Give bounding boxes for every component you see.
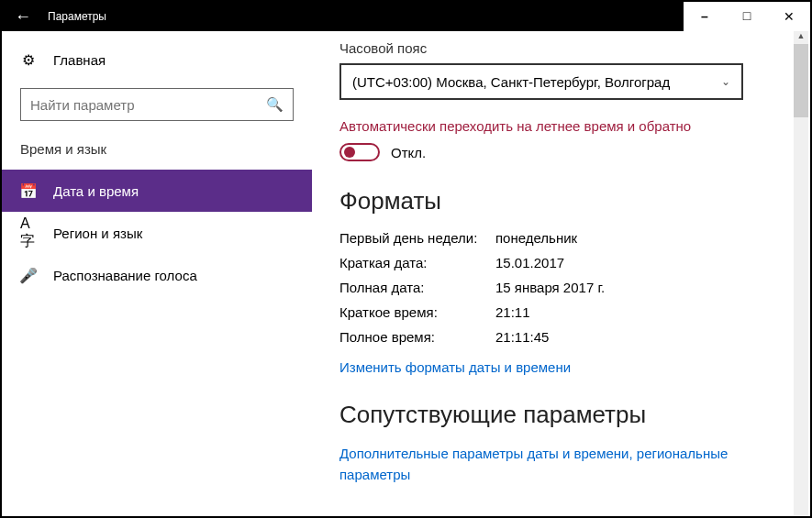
chevron-down-icon: ⌄ [721, 75, 730, 88]
window-title: Параметры [44, 10, 684, 23]
change-formats-link[interactable]: Изменить форматы даты и времени [339, 359, 571, 375]
row-val: 15.01.2017 [495, 255, 564, 270]
row-val: 15 января 2017 г. [495, 280, 605, 295]
toggle-knob [344, 147, 355, 158]
search-icon: 🔍 [266, 96, 284, 113]
sidebar-item-label: Распознавание голоса [53, 268, 197, 283]
timezone-value: (UTC+03:00) Москва, Санкт-Петербург, Вол… [352, 74, 670, 90]
home-label: Главная [53, 52, 106, 68]
timezone-label: Часовой пояс [339, 40, 783, 56]
row-key: Полная дата: [339, 280, 495, 295]
search-input[interactable] [30, 97, 266, 113]
formats-heading: Форматы [339, 187, 783, 215]
clock-icon: 📅 [20, 182, 37, 199]
row-key: Первый день недели: [339, 230, 495, 246]
toggle-state: Откл. [391, 145, 426, 160]
row-val: 21:11:45 [495, 329, 549, 345]
sidebar-item-label: Дата и время [53, 183, 139, 199]
scrollbar[interactable]: ▲ [794, 31, 808, 516]
scroll-up-icon[interactable]: ▲ [794, 31, 808, 40]
timezone-dropdown[interactable]: (UTC+03:00) Москва, Санкт-Петербург, Вол… [339, 63, 743, 100]
related-heading: Сопутствующие параметры [339, 401, 783, 429]
language-icon: A字 [20, 225, 37, 241]
sidebar-item-region[interactable]: A字 Регион и язык [2, 212, 312, 254]
sidebar: ⚙ Главная 🔍 Время и язык 📅 Дата и время … [2, 31, 312, 516]
sidebar-item-speech[interactable]: 🎤 Распознавание голоса [2, 254, 312, 296]
back-button[interactable]: ← [2, 7, 44, 27]
gear-icon: ⚙ [20, 51, 37, 68]
scrollbar-thumb[interactable] [794, 44, 808, 117]
row-key: Краткое время: [339, 304, 495, 320]
related-settings-link[interactable]: Дополнительные параметры даты и времени,… [339, 444, 783, 485]
close-button[interactable]: ✕ [768, 2, 810, 31]
dst-label: Автоматически переходить на летнее время… [339, 118, 783, 134]
row-key: Краткая дата: [339, 255, 495, 270]
sidebar-item-label: Регион и язык [53, 226, 142, 241]
row-val: 21:11 [495, 304, 530, 320]
minimize-button[interactable]: – [684, 2, 726, 31]
search-input-wrapper[interactable]: 🔍 [20, 88, 294, 121]
home-button[interactable]: ⚙ Главная [2, 42, 312, 77]
category-label: Время и язык [2, 138, 312, 170]
row-key: Полное время: [339, 329, 495, 345]
dst-toggle[interactable] [339, 143, 380, 161]
microphone-icon: 🎤 [20, 267, 37, 283]
sidebar-item-datetime[interactable]: 📅 Дата и время [2, 170, 312, 212]
maximize-button[interactable]: □ [726, 2, 768, 31]
row-val: понедельник [495, 230, 577, 246]
main-panel: Часовой пояс (UTC+03:00) Москва, Санкт-П… [312, 31, 810, 516]
